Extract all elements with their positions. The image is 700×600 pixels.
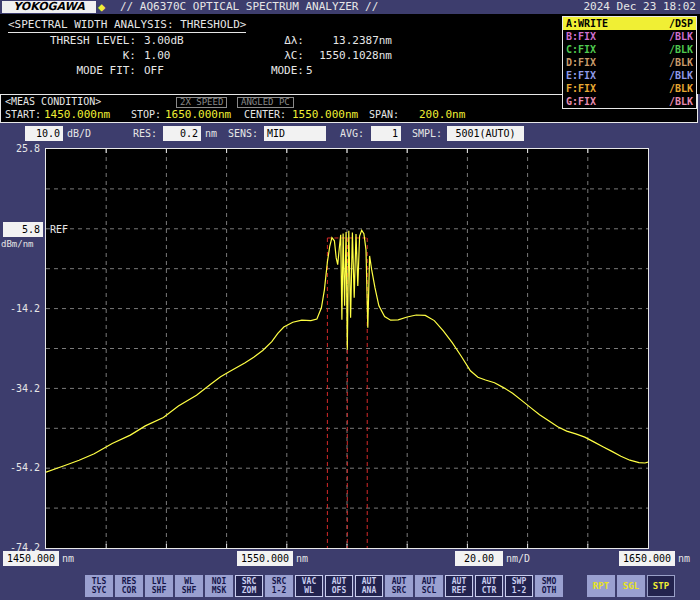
softkey-label: 1-2	[512, 586, 526, 595]
softkey-res-cor[interactable]: RESCOR	[115, 575, 143, 597]
res-field[interactable]: 0.2	[163, 126, 201, 141]
softkey-label: TLS	[92, 577, 106, 586]
center-value[interactable]: 1550.000nm	[292, 108, 358, 121]
x-scale-field[interactable]: 20.00	[455, 551, 503, 566]
softkey-label: AUT	[452, 577, 466, 586]
softkey-noi-msk[interactable]: NOIMSK	[205, 575, 233, 597]
x-stop-unit: nm	[678, 551, 690, 566]
softkey-aut-scl[interactable]: AUTSCL	[415, 575, 443, 597]
softkey-label: ANA	[362, 586, 376, 595]
sens-field[interactable]: MID	[264, 126, 326, 141]
softkey-aut-ofs[interactable]: AUTOFS	[325, 575, 353, 597]
smpl-label: SMPL:	[412, 126, 442, 141]
plot-region: 25.8 5.8 dBm/nm -14.2 -34.2 -54.2 -74.2 …	[0, 146, 700, 551]
softkey-label: REF	[452, 586, 466, 595]
x-start-field[interactable]: 1450.000	[3, 551, 59, 566]
softkey-aut-src[interactable]: AUTSRC	[385, 575, 413, 597]
trace-name: G:FIX	[566, 95, 596, 108]
analysis-row-1: K:1.00λC:1550.1028nm	[0, 49, 560, 63]
softkey-aut-ref[interactable]: AUTREF	[445, 575, 473, 597]
settings-row: 10.0 dB/D RES: 0.2 nm SENS: MID AVG: 1 S…	[0, 123, 700, 148]
softkey-swp-1-2[interactable]: SWP1-2	[505, 575, 533, 597]
level-scale-field[interactable]: 10.0	[25, 126, 63, 141]
level-scale-unit: dB/D	[67, 126, 91, 141]
softkey-label: RPT	[593, 582, 609, 591]
app-title: // AQ6370C OPTICAL SPECTRUM ANALYZER //	[120, 1, 378, 13]
softkey-label: SHF	[182, 586, 196, 595]
trace-row-g[interactable]: G:FIX/BLK	[563, 95, 696, 108]
analysis-heading: <SPECTRAL WIDTH ANALYSIS: THRESHOLD>	[8, 18, 246, 33]
analysis-r-label-2: MODE:	[238, 64, 304, 78]
softkey-stp[interactable]: STP	[647, 575, 675, 597]
softkey-tls-syc[interactable]: TLSSYC	[85, 575, 113, 597]
softkey-label: AUT	[422, 577, 436, 586]
softkey-label: SRC	[392, 586, 406, 595]
trace-display-mode: /DSP	[669, 17, 693, 30]
trace-row-c[interactable]: C:FIX/BLK	[563, 43, 696, 56]
trace-row-f[interactable]: F:FIX/BLK	[563, 82, 696, 95]
yokogawa-logo: YOKOGAWA	[2, 1, 96, 13]
analysis-l-value-2: OFF	[144, 64, 244, 78]
softkey-lvl-shf[interactable]: LVLSHF	[145, 575, 173, 597]
softkey-aut-ana[interactable]: AUTANA	[355, 575, 383, 597]
analysis-r-value-2: 5	[306, 64, 392, 78]
softkey-label: SHF	[152, 586, 166, 595]
smpl-field[interactable]: 5001(AUTO)	[447, 126, 524, 141]
trace-name: F:FIX	[566, 82, 596, 95]
softkey-aut-ctr[interactable]: AUTCTR	[475, 575, 503, 597]
y-axis-label-1: -14.2	[2, 302, 40, 315]
start-value[interactable]: 1450.000nm	[44, 108, 110, 121]
y-axis-unit: dBm/nm	[1, 239, 34, 250]
stop-value[interactable]: 1650.000nm	[165, 108, 231, 121]
trace-row-d[interactable]: D:FIX/BLK	[563, 56, 696, 69]
trace-row-e[interactable]: E:FIX/BLK	[563, 69, 696, 82]
softkey-label: OFS	[332, 586, 346, 595]
span-value[interactable]: 200.0nm	[419, 108, 465, 121]
softkey-label: STP	[653, 582, 669, 591]
spectrum-svg	[46, 149, 648, 548]
trace-name: A:WRITE	[566, 17, 608, 30]
trace-name: C:FIX	[566, 43, 596, 56]
softkey-wl-shf[interactable]: WLSHF	[175, 575, 203, 597]
softkey-label: ZOM	[242, 586, 256, 595]
x-stop-field[interactable]: 1650.000	[619, 551, 675, 566]
softkey-src-zom[interactable]: SRCZOM	[235, 575, 263, 597]
spectrum-chart	[45, 148, 649, 549]
start-label: START:	[5, 108, 41, 121]
softkey-label: SRC	[272, 577, 286, 586]
ref-level-field[interactable]: 5.8	[3, 222, 43, 237]
angled-pc-badge: ANGLED PC	[237, 97, 294, 108]
osa-screen: YOKOGAWA ◆ // AQ6370C OPTICAL SPECTRUM A…	[0, 0, 700, 600]
res-label: RES:	[133, 126, 157, 141]
avg-field[interactable]: 1	[371, 126, 401, 141]
softkey-sgl[interactable]: SGL	[617, 575, 645, 597]
softkey-rpt[interactable]: RPT	[587, 575, 615, 597]
softkey-label: LVL	[152, 577, 166, 586]
trace-table: A:WRITE/DSPB:FIX/BLKC:FIX/BLKD:FIX/BLKE:…	[562, 16, 697, 109]
avg-label: AVG:	[340, 126, 364, 141]
trace-name: D:FIX	[566, 56, 596, 69]
x-axis-row: 1450.000 nm 1550.000 nm 20.00 nm/D 1650.…	[0, 549, 700, 569]
trace-display-mode: /BLK	[669, 69, 693, 82]
softkey-label: SGL	[623, 582, 639, 591]
trace-display-mode: /BLK	[669, 30, 693, 43]
softkey-label: AUT	[362, 577, 376, 586]
softkey-src-1-2[interactable]: SRC1-2	[265, 575, 293, 597]
x-scale-unit: nm/D	[506, 551, 530, 566]
analysis-r-value-1: 1550.1028nm	[306, 49, 392, 63]
softkey-smo-oth[interactable]: SMOOTH	[535, 575, 563, 597]
softkey-vac-wl[interactable]: VACWL	[295, 575, 323, 597]
x-center-unit: nm	[296, 551, 308, 566]
analysis-row-0: THRESH LEVEL:3.00dBΔλ:13.2387nm	[0, 34, 560, 48]
softkey-label: RES	[122, 577, 136, 586]
analysis-r-label-1: λC:	[238, 49, 304, 63]
softkey-label: AUT	[392, 577, 406, 586]
stop-label: STOP:	[131, 108, 161, 121]
analysis-row-2: MODE FIT:OFFMODE:5	[0, 64, 560, 78]
sens-label: SENS:	[228, 126, 258, 141]
softkey-label: SYC	[92, 586, 106, 595]
trace-row-a[interactable]: A:WRITE/DSP	[563, 17, 696, 30]
trace-row-b[interactable]: B:FIX/BLK	[563, 30, 696, 43]
trace-name: B:FIX	[566, 30, 596, 43]
x-center-field[interactable]: 1550.000	[237, 551, 293, 566]
